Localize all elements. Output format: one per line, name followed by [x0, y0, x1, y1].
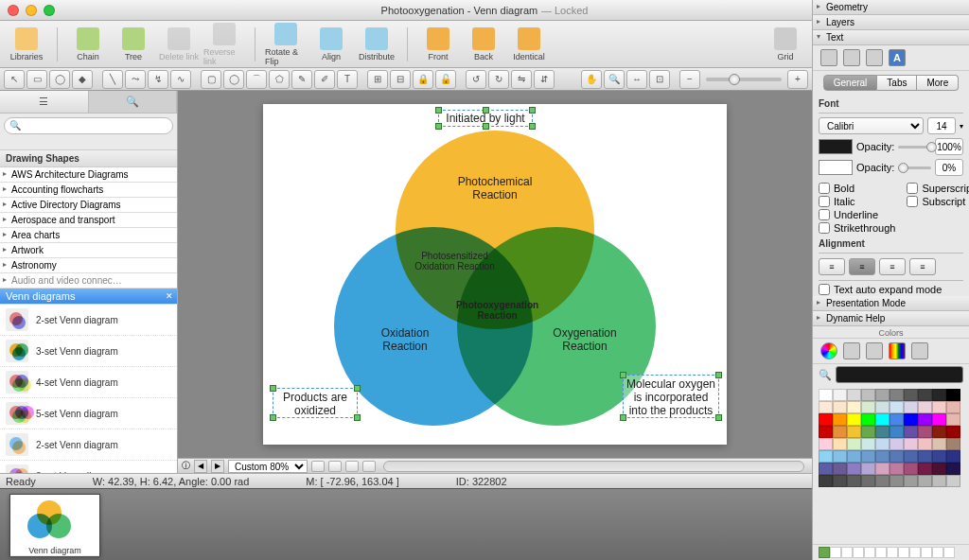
text-tool-icon[interactable]: T [337, 70, 358, 89]
bg-opacity-input[interactable] [935, 159, 963, 176]
color-cell[interactable] [918, 413, 932, 426]
color-palette-icon[interactable] [866, 342, 883, 359]
path-tool-icon[interactable]: ✎ [291, 70, 312, 89]
pointer-tool-icon[interactable]: ↖ [4, 70, 25, 89]
color-cell[interactable] [833, 450, 847, 463]
font-size-stepper[interactable]: ▾ [960, 122, 963, 131]
color-cell[interactable] [861, 438, 875, 450]
color-cell[interactable] [847, 401, 861, 413]
page-next-button[interactable]: ▶ [211, 460, 224, 473]
color-cell[interactable] [890, 401, 904, 413]
rotate-cw-icon[interactable]: ↻ [488, 70, 509, 89]
label-center[interactable]: Photooxygenation Reaction [448, 300, 547, 321]
color-cell[interactable] [918, 450, 932, 463]
library-tab-1[interactable]: ☰ [0, 91, 89, 113]
align-button[interactable]: Align [310, 23, 352, 66]
category-item[interactable]: Audio and video connec… [0, 273, 177, 289]
color-cell[interactable] [932, 450, 946, 463]
color-cell[interactable] [946, 401, 960, 413]
category-venn-diagrams[interactable]: Venn diagrams✕ [0, 289, 177, 305]
category-item[interactable]: AWS Architecture Diagrams [0, 167, 177, 183]
recent-color-cell[interactable] [921, 547, 932, 558]
color-spectrum-icon[interactable] [889, 342, 906, 359]
text-auto-expand-checkbox[interactable]: Text auto expand mode [813, 283, 969, 296]
annotation-top[interactable]: Initiated by light [438, 110, 533, 127]
text-font-icon[interactable]: A [889, 49, 906, 66]
unlock-icon[interactable]: 🔓 [435, 70, 456, 89]
back-button[interactable]: Back [463, 23, 504, 66]
color-cell[interactable] [904, 463, 918, 475]
mini-btn-1[interactable] [311, 461, 325, 472]
text-icon-1[interactable] [820, 49, 837, 66]
color-cell[interactable] [875, 426, 890, 438]
color-cell[interactable] [847, 463, 861, 475]
label-photochemical[interactable]: Photochemical Reaction [443, 175, 547, 201]
libraries-button[interactable]: Libraries [6, 23, 47, 66]
venn-template-item[interactable]: 3-set Venn diagram [0, 336, 177, 367]
color-cell[interactable] [946, 389, 960, 401]
path2-tool-icon[interactable]: ✐ [314, 70, 335, 89]
page-prev-button[interactable]: ◀ [194, 460, 207, 473]
text-opacity-slider[interactable] [898, 146, 931, 149]
color-cell[interactable] [847, 413, 861, 426]
recent-color-cell[interactable] [932, 547, 943, 558]
fit-page-icon[interactable]: ⊡ [649, 70, 670, 89]
category-item[interactable]: Active Directory Diagrams [0, 198, 177, 213]
group-icon[interactable]: ⊞ [367, 70, 388, 89]
color-cell[interactable] [847, 438, 861, 450]
venn-template-item[interactable]: 5-set Venn diagram [0, 398, 177, 429]
close-window-button[interactable] [8, 5, 19, 16]
reverse-link-button[interactable]: Reverse link [203, 23, 245, 66]
zoom-slider[interactable] [706, 78, 782, 81]
zoom-window-button[interactable] [44, 5, 55, 16]
color-cell[interactable] [875, 438, 890, 450]
category-item[interactable]: Aerospace and transport [0, 213, 177, 228]
identical-button[interactable]: Identical [508, 23, 550, 66]
recent-color-cell[interactable] [898, 547, 909, 558]
section-geometry[interactable]: Geometry [813, 0, 969, 15]
font-family-select[interactable]: Calibri [819, 117, 924, 134]
align-right-icon[interactable]: ≡ [879, 258, 906, 275]
venn-template-item[interactable]: 2-set Venn diagram [0, 305, 177, 336]
node-tool-icon[interactable]: ◆ [72, 70, 93, 89]
ungroup-icon[interactable]: ⊟ [390, 70, 411, 89]
color-cell[interactable] [861, 463, 875, 475]
h-scrollbar-track[interactable] [383, 461, 804, 472]
color-cell[interactable] [875, 413, 890, 426]
color-cell[interactable] [819, 475, 833, 487]
section-layers[interactable]: Layers [813, 15, 969, 30]
color-cell[interactable] [819, 413, 833, 426]
text-opacity-input[interactable] [935, 138, 963, 155]
color-cell[interactable] [833, 475, 847, 487]
recent-color-cell[interactable] [841, 547, 853, 558]
grid-button[interactable]: Grid [765, 23, 806, 66]
label-oxidation[interactable]: Oxidation Reaction [362, 326, 448, 353]
color-cell[interactable] [932, 401, 946, 413]
color-cell[interactable] [833, 389, 847, 401]
color-cell[interactable] [833, 438, 847, 450]
italic-checkbox[interactable]: Italic [813, 195, 901, 208]
color-cell[interactable] [918, 426, 932, 438]
color-cell[interactable] [833, 426, 847, 438]
color-cell[interactable] [861, 475, 875, 487]
superscript-checkbox[interactable]: Superscript [901, 182, 969, 195]
rotate-ccw-icon[interactable]: ↺ [466, 70, 486, 89]
recent-color-cell[interactable] [864, 547, 875, 558]
text-icon-3[interactable] [866, 49, 883, 66]
smart-connector-icon[interactable]: ↯ [148, 70, 168, 89]
color-cell[interactable] [932, 475, 946, 487]
color-cell[interactable] [918, 475, 932, 487]
delete-link-button[interactable]: Delete link [158, 23, 200, 66]
rect-select-tool-icon[interactable]: ▭ [26, 70, 47, 89]
color-cell[interactable] [875, 401, 890, 413]
underline-checkbox[interactable]: Underline [813, 208, 901, 221]
color-cell[interactable] [918, 463, 932, 475]
color-cell[interactable] [861, 389, 875, 401]
color-cell[interactable] [890, 389, 904, 401]
color-cell[interactable] [875, 389, 890, 401]
section-text[interactable]: Text [813, 30, 969, 45]
color-cell[interactable] [819, 426, 833, 438]
label-oxygenation[interactable]: Oxygenation Reaction [537, 326, 632, 353]
color-cell[interactable] [904, 438, 918, 450]
color-cell[interactable] [904, 401, 918, 413]
